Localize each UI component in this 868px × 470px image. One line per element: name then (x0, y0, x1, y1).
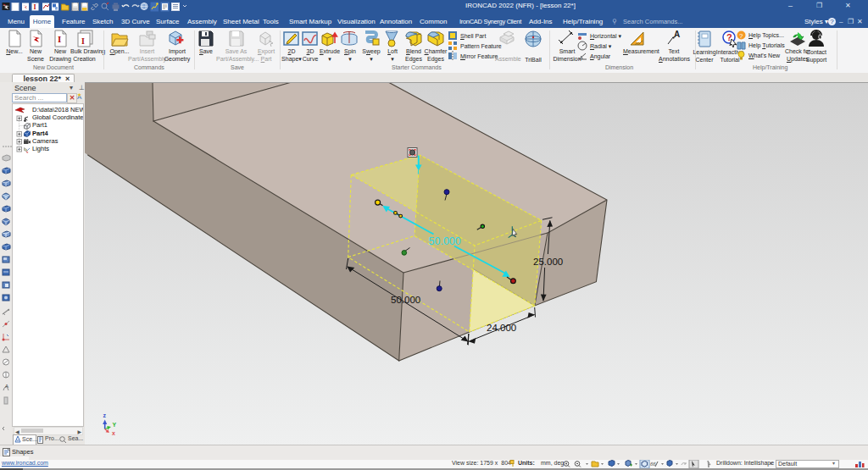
svg-text:I: I (58, 34, 61, 44)
svg-text:25.000: 25.000 (533, 257, 563, 267)
svg-text:A: A (5, 384, 8, 389)
svg-text:24.000: 24.000 (487, 323, 516, 333)
svg-text:?: ? (739, 32, 743, 40)
svg-text:50.000: 50.000 (391, 295, 420, 305)
svg-text:x: x (112, 430, 115, 436)
svg-text:z: z (103, 412, 107, 418)
svg-text:50.000: 50.000 (429, 235, 461, 247)
svg-text:Y: Y (113, 422, 117, 428)
svg-text:A: A (674, 30, 680, 39)
svg-text:I: I (81, 36, 85, 46)
